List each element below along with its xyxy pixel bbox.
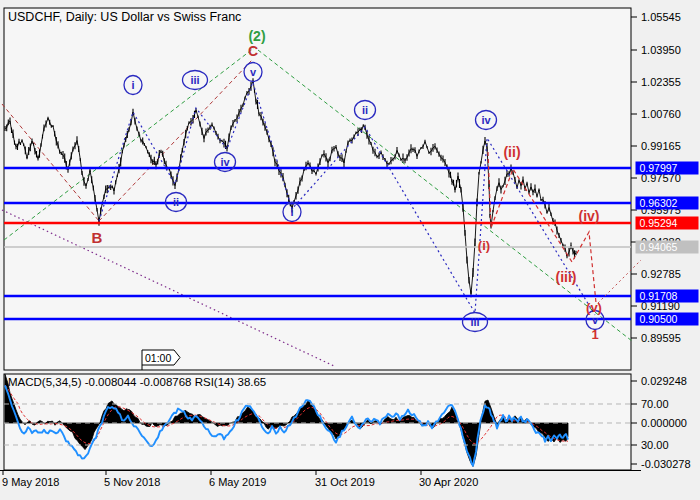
date-label: 30 Apr 2020 (419, 476, 478, 488)
wave-label-(v): (v) (586, 300, 602, 315)
macd-axis-label: 0.000000 (641, 417, 687, 429)
macd-axis-label: 70.00 (641, 398, 669, 410)
wave-label-iii: iii (470, 316, 479, 328)
price-axis-label: 1.05545 (641, 11, 681, 23)
wave-label-(ii): (ii) (503, 144, 520, 160)
wave-label-ii: ii (362, 104, 368, 116)
wave-label-1: 1 (591, 327, 598, 342)
chart-canvas[interactable]: iiiiiiivviiiiiiivv(2)CB(i)(ii)(iii)(iv)(… (0, 0, 700, 500)
chart-window: iiiiiiivviiiiiiivv(2)CB(i)(ii)(iii)(iv)(… (0, 0, 700, 500)
wave-label-(iv): (iv) (579, 208, 600, 224)
price-tag-value: 0.91708 (640, 290, 678, 302)
main-chart-panel (4, 8, 631, 370)
macd-axis-label: -0.030278 (641, 458, 691, 470)
wave-label-i: i (290, 206, 293, 218)
time-tag-label: 01:00 (145, 352, 171, 364)
price-axis-label: 1.00760 (641, 108, 681, 120)
panel-layer (0, 0, 700, 500)
price-axis-label: 0.89595 (641, 332, 681, 344)
price-axis-label: 0.99165 (641, 140, 681, 152)
date-label: 31 Oct 2019 (315, 476, 375, 488)
wave-label-iv: iv (481, 114, 491, 126)
wave-label-iii: iii (190, 74, 199, 86)
wave-label-(i): (i) (478, 238, 490, 253)
wave-label-(2): (2) (248, 28, 265, 44)
wave-label-(iii): (iii) (556, 269, 577, 285)
price-tag-value: 0.97997 (640, 162, 678, 174)
price-tag-value: 0.90500 (640, 313, 678, 325)
wave-label-v: v (592, 314, 599, 326)
macd-axis-label: 30.00 (641, 439, 669, 451)
price-tag-value: 0.94065 (640, 241, 678, 253)
wave-label-C: C (248, 43, 258, 59)
wave-label-iv: iv (220, 156, 230, 168)
price-tag-value: 0.95294 (640, 217, 678, 229)
wave-label-i: i (131, 79, 134, 91)
date-label: 6 May 2019 (209, 476, 266, 488)
chart-title: USDCHF, Daily: US Dollar vs Swiss Franc (8, 10, 241, 24)
macd-indicator-label: MACD(5,34,5) -0.008044 -0.008768 RSI(14)… (8, 376, 266, 388)
price-axis-label: 1.03950 (641, 44, 681, 56)
wave-label-v: v (250, 66, 257, 78)
wave-label-B: B (92, 229, 103, 246)
price-axis-label: 1.02355 (641, 76, 681, 88)
date-label: 9 May 2018 (2, 476, 59, 488)
price-axis-label: 0.92785 (641, 268, 681, 280)
wave-label-ii: ii (173, 196, 179, 208)
macd-axis-label: 0.029248 (641, 375, 687, 387)
price-tag-value: 0.96302 (640, 197, 678, 209)
date-label: 5 Nov 2018 (104, 476, 160, 488)
